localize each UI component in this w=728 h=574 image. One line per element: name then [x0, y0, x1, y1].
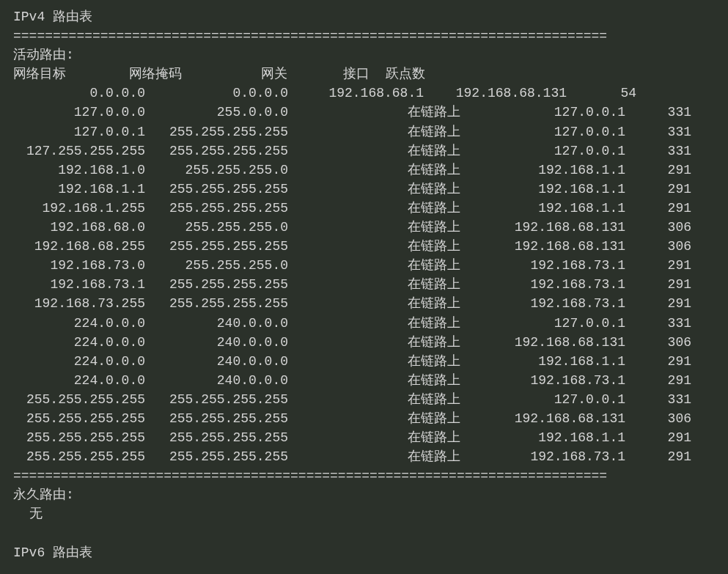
route-dest: 192.168.73.1: [13, 275, 145, 294]
table-row: 127.255.255.255255.255.255.255在链路上127.0.…: [13, 141, 715, 161]
routes-header: 网络目标 网络掩码 网关 接口 跃点数: [13, 65, 715, 84]
route-mask: 0.0.0.0: [145, 84, 288, 103]
route-gateway: 在链路上: [288, 256, 460, 275]
route-gateway: 在链路上: [288, 180, 460, 199]
route-interface: 127.0.0.1: [460, 122, 625, 141]
route-dest: 224.0.0.0: [13, 371, 145, 390]
route-dest: 192.168.1.0: [13, 161, 145, 180]
route-dest: 127.0.0.0: [13, 103, 145, 122]
route-interface: 192.168.73.1: [460, 256, 625, 275]
blank-line: [13, 524, 715, 543]
table-row: 192.168.1.0255.255.255.0在链路上192.168.1.12…: [13, 161, 715, 180]
route-interface: 192.168.68.131: [460, 218, 625, 237]
table-row: 255.255.255.255255.255.255.255在链路上127.0.…: [13, 390, 715, 409]
table-row: 224.0.0.0240.0.0.0在链路上192.168.68.131306: [13, 333, 715, 352]
route-interface: 192.168.68.131: [460, 409, 625, 428]
route-metric: 291: [625, 256, 691, 275]
ipv6-title: IPv6 路由表: [13, 543, 715, 562]
route-gateway: 在链路上: [288, 333, 460, 352]
ipv4-title: IPv4 路由表: [13, 7, 715, 26]
route-dest: 255.255.255.255: [13, 409, 145, 428]
route-metric: 291: [625, 371, 691, 390]
table-row: 127.0.0.1255.255.255.255在链路上127.0.0.1331: [13, 122, 715, 141]
route-interface: 192.168.68.131: [424, 84, 567, 103]
route-dest: 255.255.255.255: [13, 390, 145, 409]
route-metric: 291: [625, 294, 691, 313]
route-interface: 192.168.73.1: [460, 447, 625, 466]
route-mask: 255.0.0.0: [145, 103, 288, 122]
route-interface: 192.168.1.1: [460, 352, 625, 371]
route-gateway: 在链路上: [288, 294, 460, 313]
route-gateway: 在链路上: [288, 314, 460, 333]
route-dest: 192.168.68.255: [13, 237, 145, 256]
permanent-routes-label: 永久路由:: [13, 485, 715, 504]
table-row: 192.168.1.1255.255.255.255在链路上192.168.1.…: [13, 180, 715, 199]
route-interface: 192.168.1.1: [460, 180, 625, 199]
route-interface: 127.0.0.1: [460, 103, 625, 122]
route-mask: 255.255.255.255: [145, 237, 288, 256]
route-dest: 255.255.255.255: [13, 428, 145, 447]
route-metric: 306: [625, 409, 691, 428]
route-metric: 291: [625, 352, 691, 371]
route-dest: 192.168.73.255: [13, 294, 145, 313]
route-metric: 331: [625, 390, 691, 409]
route-mask: 255.255.255.255: [145, 428, 288, 447]
table-row: 192.168.73.255255.255.255.255在链路上192.168…: [13, 294, 715, 313]
route-metric: 291: [625, 428, 691, 447]
route-metric: 306: [625, 333, 691, 352]
route-interface: 192.168.1.1: [460, 428, 625, 447]
route-mask: 240.0.0.0: [145, 352, 288, 371]
route-mask: 240.0.0.0: [145, 333, 288, 352]
route-dest: 192.168.1.1: [13, 180, 145, 199]
route-metric: 291: [625, 447, 691, 466]
route-interface: 192.168.73.1: [460, 371, 625, 390]
divider-1: ========================================…: [13, 26, 715, 45]
terminal-output: IPv4 路由表 ===============================…: [13, 7, 715, 562]
route-mask: 255.255.255.255: [145, 447, 288, 466]
route-metric: 331: [625, 141, 691, 161]
route-metric: 306: [625, 237, 691, 256]
route-gateway: 在链路上: [288, 409, 460, 428]
route-dest: 0.0.0.0: [13, 84, 145, 103]
route-gateway: 在链路上: [288, 141, 460, 161]
route-gateway: 在链路上: [288, 428, 460, 447]
route-mask: 255.255.255.255: [145, 409, 288, 428]
route-mask: 255.255.255.255: [145, 141, 288, 161]
route-interface: 127.0.0.1: [460, 141, 625, 161]
route-gateway: 在链路上: [288, 390, 460, 409]
route-interface: 192.168.73.1: [460, 275, 625, 294]
route-dest: 224.0.0.0: [13, 314, 145, 333]
table-row: 255.255.255.255255.255.255.255在链路上192.16…: [13, 409, 715, 428]
route-mask: 255.255.255.255: [145, 122, 288, 141]
route-metric: 331: [625, 314, 691, 333]
route-metric: 291: [625, 161, 691, 180]
route-gateway: 在链路上: [288, 218, 460, 237]
route-mask: 255.255.255.0: [145, 256, 288, 275]
active-routes-label: 活动路由:: [13, 45, 715, 65]
route-mask: 255.255.255.0: [145, 218, 288, 237]
route-gateway: 在链路上: [288, 352, 460, 371]
route-metric: 54: [567, 84, 636, 103]
ipv4-title-suffix: 路由表: [45, 10, 92, 24]
route-dest: 127.0.0.1: [13, 122, 145, 141]
route-gateway: 在链路上: [288, 161, 460, 180]
table-row: 192.168.73.0255.255.255.0在链路上192.168.73.…: [13, 256, 715, 275]
route-metric: 291: [625, 275, 691, 294]
route-dest: 224.0.0.0: [13, 333, 145, 352]
route-interface: 192.168.68.131: [460, 333, 625, 352]
routes-table: 0.0.0.00.0.0.0192.168.68.1192.168.68.131…: [13, 84, 715, 466]
route-gateway: 在链路上: [288, 199, 460, 218]
route-dest: 192.168.1.255: [13, 199, 145, 218]
route-dest: 192.168.68.0: [13, 218, 145, 237]
table-row: 192.168.73.1255.255.255.255在链路上192.168.7…: [13, 275, 715, 294]
route-interface: 192.168.68.131: [460, 237, 625, 256]
route-gateway: 在链路上: [288, 371, 460, 390]
route-gateway: 在链路上: [288, 103, 460, 122]
route-dest: 224.0.0.0: [13, 352, 145, 371]
route-mask: 240.0.0.0: [145, 371, 288, 390]
route-mask: 255.255.255.255: [145, 294, 288, 313]
route-gateway: 在链路上: [288, 122, 460, 141]
route-dest: 255.255.255.255: [13, 447, 145, 466]
table-row: 224.0.0.0240.0.0.0在链路上127.0.0.1331: [13, 314, 715, 333]
table-row: 192.168.68.0255.255.255.0在链路上192.168.68.…: [13, 218, 715, 237]
